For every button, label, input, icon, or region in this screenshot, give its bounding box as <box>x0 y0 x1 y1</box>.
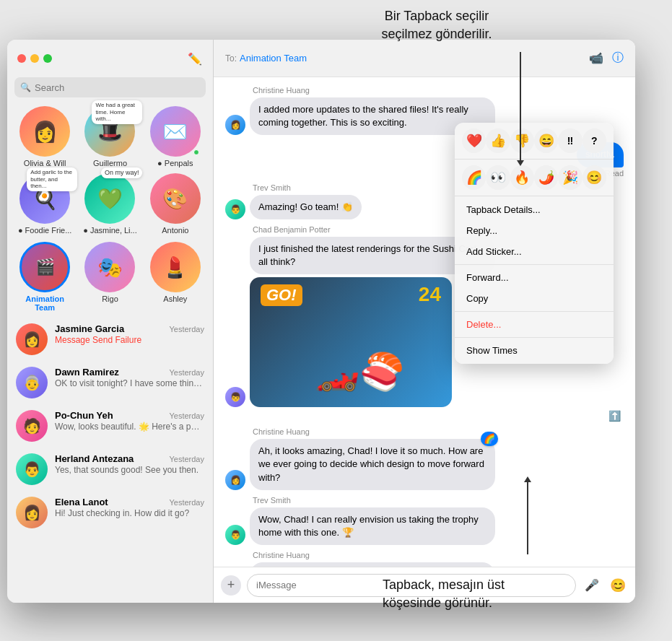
to-label: To: <box>225 53 237 64</box>
pinned-item-penpals[interactable]: ✉️ ● Penpals <box>145 106 206 167</box>
msg-bubble-2[interactable]: Amazing! Go team! 👏 <box>250 195 362 219</box>
msg-row-4: 👩 Ah, it looks amazing, Chad! I love it … <box>225 439 624 490</box>
tapback-haha[interactable]: 😄 <box>534 128 558 153</box>
pinned-item-guillermo[interactable]: 🎩 We had a great time. Home with... Guil… <box>79 106 140 167</box>
tapback-exclaim[interactable]: ‼ <box>558 128 582 153</box>
tapback-thumbsup[interactable]: 👍 <box>486 128 510 153</box>
conv-time-dawn-ramirez: Yesterday <box>169 368 204 377</box>
msg-bubble-6[interactable]: Do you want to review all the renders to… <box>250 562 495 567</box>
conv-time-elena-lanot: Yesterday <box>169 498 204 507</box>
pinned-avatar-antonio: 🎨 <box>150 173 201 224</box>
msg-bubble-5[interactable]: Wow, Chad! I can really envision us taki… <box>250 507 495 545</box>
maximize-button[interactable] <box>43 54 52 63</box>
conv-content-dawn-ramirez: Dawn Ramirez Yesterday OK to visit tonig… <box>55 367 204 388</box>
tapback-eyes[interactable]: 👀 <box>486 165 510 190</box>
pinned-item-ashley[interactable]: 💄 Ashley <box>145 242 206 312</box>
msg-avatar-4: 👩 <box>225 470 245 490</box>
zap-badge: 24 <box>419 283 441 306</box>
app-window: ✏️ 🔍 👩 Olivia & Will 🎩 We had a great ti… <box>7 40 635 603</box>
emoji-button[interactable]: 😊 <box>608 575 628 596</box>
minimize-button[interactable] <box>30 54 39 63</box>
conv-preview-dawn-ramirez: OK to visit tonight? I have some things … <box>55 378 204 388</box>
pinned-name-penpals: ● Penpals <box>157 159 193 167</box>
conv-item-jasmine-garcia[interactable]: 👩 Jasmine Garcia Yesterday Message Send … <box>7 318 213 361</box>
annotation-bottom: Tapback, mesajın üst köşesinde görünür. <box>383 576 549 612</box>
msg-avatar-5: 👨 <box>225 525 245 545</box>
conv-item-po-chun-yeh[interactable]: 🧑 Po-Chun Yeh Yesterday Wow, looks beaut… <box>7 404 213 448</box>
pinned-item-jasmine-li[interactable]: 💚 On my way! ● Jasmine, Li... <box>79 173 140 235</box>
tapback-fire[interactable]: 🔥 <box>510 165 534 190</box>
msg-avatar-1: 👩 <box>225 115 245 135</box>
tapback-thumbsdown[interactable]: 👎 <box>510 128 534 153</box>
pinned-item-antonio[interactable]: 🎨 Antonio <box>145 173 206 235</box>
pinned-name-guillermo: Guillermo <box>93 159 127 167</box>
menu-delete[interactable]: Delete... <box>455 314 614 335</box>
pinned-avatar-foodie: 🍳 Add garlic to the butter, and then... <box>19 173 70 224</box>
pinned-name-olivia-will: Olivia & Will <box>24 159 66 167</box>
conv-time-jasmine-garcia: Yesterday <box>169 325 204 333</box>
conv-item-elena-lanot[interactable]: 👩 Elena Lanot Yesterday Hi! Just checkin… <box>7 491 213 534</box>
msg-sender-5: Trev Smith <box>225 496 624 505</box>
pinned-grid-row2: 🍳 Add garlic to the butter, and then... … <box>7 170 213 240</box>
conv-avatar-jasmine-garcia: 👩 <box>16 323 48 355</box>
pinned-name-animation-team: Animation Team <box>14 295 75 312</box>
menu-show-times[interactable]: Show Times <box>455 340 614 361</box>
pinned-item-animation-team[interactable]: 🎬 Animation Team <box>14 242 75 312</box>
conv-item-herland-antezana[interactable]: 👨 Herland Antezana Yesterday Yes, that s… <box>7 448 213 491</box>
tapback-heart[interactable]: ❤️ <box>462 128 486 153</box>
menu-forward[interactable]: Forward... <box>455 267 614 288</box>
tapback-question[interactable]: ? <box>582 128 606 153</box>
audio-button[interactable]: 🎤 <box>582 575 602 596</box>
pinned-avatar-penpals: ✉️ <box>150 106 201 157</box>
search-icon: 🔍 <box>20 82 31 92</box>
pinned-avatar-jasmine-li: 💚 On my way! <box>84 173 135 224</box>
msg-group-4: Christine Huang 👩 Ah, it looks amazing, … <box>225 427 624 490</box>
conv-preview-jasmine-garcia: Message Send Failure <box>55 335 204 345</box>
menu-divider-3 <box>455 337 614 338</box>
pinned-avatar-guillermo: 🎩 We had a great time. Home with... <box>84 106 135 157</box>
menu-tapback-details[interactable]: Tapback Details... <box>455 199 614 220</box>
conv-avatar-herland-antezana: 👨 <box>16 453 48 485</box>
menu-reply[interactable]: Reply... <box>455 220 614 241</box>
conv-time-herland-antezana: Yesterday <box>169 455 204 463</box>
close-button[interactable] <box>17 54 26 63</box>
compose-button[interactable]: ✏️ <box>187 51 203 66</box>
video-call-icon[interactable]: 📹 <box>589 51 603 65</box>
conv-avatar-po-chun-yeh: 🧑 <box>16 410 48 442</box>
conv-preview-po-chun-yeh: Wow, looks beautiful. 🌟 Here's a photo o… <box>55 422 204 432</box>
pinned-avatar-ashley: 💄 <box>150 242 201 292</box>
sidebar: ✏️ 🔍 👩 Olivia & Will 🎩 We had a great ti… <box>7 40 213 603</box>
add-button[interactable]: + <box>221 575 241 596</box>
msg-sender-1: Christine Huang <box>225 86 624 95</box>
msg-avatar-3: 👦 <box>225 387 245 407</box>
pinned-grid-row3: 🎬 Animation Team 🎭 Rigo 💄 Ashley <box>7 239 213 318</box>
conv-item-dawn-ramirez[interactable]: 👵 Dawn Ramirez Yesterday OK to visit ton… <box>7 361 213 404</box>
conv-preview-herland-antezana: Yes, that sounds good! See you then. <box>55 465 204 475</box>
msg-bubble-4[interactable]: Ah, it looks amazing, Chad! I love it so… <box>250 439 495 490</box>
tapback-party[interactable]: 🎉 <box>558 165 582 190</box>
conv-content-po-chun-yeh: Po-Chun Yeh Yesterday Wow, looks beautif… <box>55 410 204 432</box>
info-icon[interactable]: ⓘ <box>612 51 624 66</box>
share-icon[interactable]: ⬆️ <box>608 410 621 422</box>
conv-name-po-chun-yeh: Po-Chun Yeh <box>55 410 113 421</box>
pinned-avatar-olivia-will: 👩 <box>19 106 70 157</box>
menu-add-sticker[interactable]: Add Sticker... <box>455 241 614 262</box>
annotation-top: Bir Tapback seçilir seçilmez gönderilir. <box>346 7 527 43</box>
conv-content-jasmine-garcia: Jasmine Garcia Yesterday Message Send Fa… <box>55 323 204 345</box>
msg-sender-6: Christine Huang <box>225 551 624 559</box>
menu-copy[interactable]: Copy <box>455 288 614 309</box>
conv-name-jasmine-garcia: Jasmine Garcia <box>55 323 124 334</box>
conversation-list: 👩 Jasmine Garcia Yesterday Message Send … <box>7 318 213 603</box>
online-dot-penpals <box>193 149 199 155</box>
tapback-smile[interactable]: 😊 <box>582 165 606 190</box>
msg-avatar-2: 👨 <box>225 199 245 219</box>
pinned-item-rigo[interactable]: 🎭 Rigo <box>79 242 140 312</box>
search-input[interactable] <box>35 82 200 93</box>
tapback-pepper[interactable]: 🌶️ <box>534 165 558 190</box>
pinned-grid-row1: 👩 Olivia & Will 🎩 We had a great time. H… <box>7 103 213 173</box>
pinned-item-foodie[interactable]: 🍳 Add garlic to the butter, and then... … <box>14 173 75 235</box>
tapback-rainbow[interactable]: 🌈 <box>462 165 486 190</box>
chat-area: To: Animation Team 📹 ⓘ Christine Huang 👩… <box>213 40 635 603</box>
pinned-item-olivia-will[interactable]: 👩 Olivia & Will <box>14 106 75 167</box>
msg-row-5: 👨 Wow, Chad! I can really envision us ta… <box>225 507 624 545</box>
